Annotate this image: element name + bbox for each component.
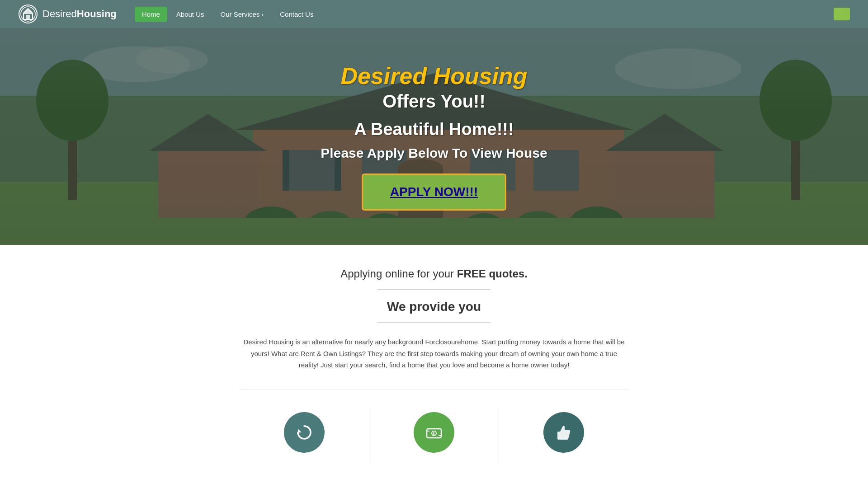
free-quotes-text: Applying online for your FREE quotes.	[240, 267, 628, 280]
nav-about[interactable]: About Us	[169, 7, 212, 22]
icon-money: $	[414, 412, 454, 453]
logo-icon	[18, 4, 38, 24]
icon-thumbs-up	[543, 412, 584, 453]
we-provide-title: We provide you	[240, 300, 628, 314]
chevron-down-icon: ›	[261, 10, 264, 18]
nav-right-area	[834, 8, 850, 20]
logo-text: DesiredHousing	[42, 8, 117, 20]
navbar: DesiredHousing Home About Us Our Service…	[0, 0, 868, 28]
svg-text:$: $	[433, 432, 435, 436]
nav-cta-button[interactable]	[834, 8, 850, 20]
nav-services[interactable]: Our Services ›	[213, 7, 271, 22]
icons-row: $	[240, 389, 628, 463]
hero-title: Desired Housing	[321, 62, 547, 89]
icon-col-3	[499, 408, 628, 463]
icon-col-2: $	[369, 408, 499, 463]
apply-now-button[interactable]: APPLY NOW!!!	[362, 174, 506, 211]
content-section: Applying online for your FREE quotes. We…	[231, 245, 637, 481]
svg-marker-40	[298, 429, 302, 432]
description-text: Desired Housing is an alternative for ne…	[242, 336, 626, 371]
divider-2	[377, 322, 491, 323]
hero-line2: A Beautiful Home!!!	[321, 120, 547, 139]
icon-refresh	[284, 412, 325, 453]
hero-section: Desired Housing Offers You!! A Beautiful…	[0, 28, 868, 245]
hero-subtitle: Offers You!!	[321, 91, 547, 112]
logo[interactable]: DesiredHousing	[18, 4, 117, 24]
icon-col-1	[240, 408, 369, 463]
svg-marker-3	[23, 9, 33, 14]
nav-contact[interactable]: Contact Us	[273, 7, 321, 22]
hero-line3: Please Apply Below To View House	[321, 145, 547, 161]
svg-rect-4	[26, 15, 30, 19]
svg-rect-46	[557, 432, 560, 440]
nav-links: Home About Us Our Services › Contact Us	[135, 7, 834, 22]
nav-home[interactable]: Home	[135, 7, 167, 22]
divider-1	[377, 289, 491, 290]
hero-content: Desired Housing Offers You!! A Beautiful…	[321, 62, 547, 211]
